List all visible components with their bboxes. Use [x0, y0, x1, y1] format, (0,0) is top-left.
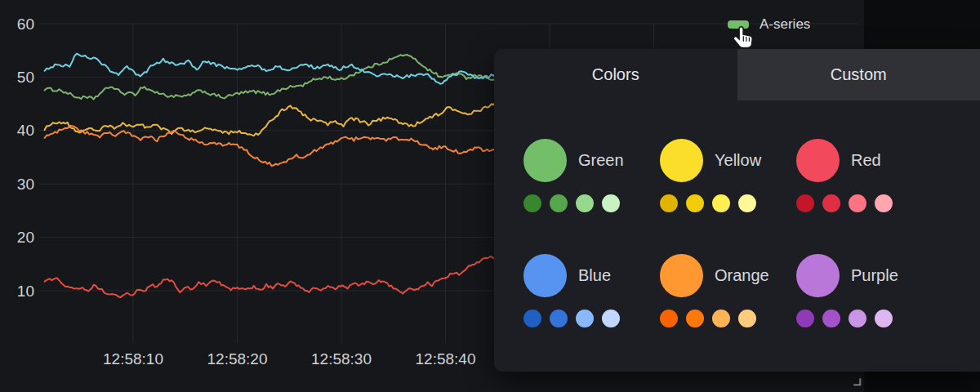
color-variant-yellow-1[interactable] [686, 194, 704, 212]
color-circle-orange[interactable] [660, 254, 703, 297]
color-label: Purple [851, 266, 898, 285]
color-variant-red-2[interactable] [849, 194, 866, 212]
color-circle-yellow[interactable] [660, 139, 703, 182]
series-color-marker-icon[interactable] [728, 20, 749, 29]
tab-custom[interactable]: Custom [737, 49, 980, 100]
color-variant-blue-1[interactable] [550, 310, 568, 327]
color-variant-orange-2[interactable] [712, 310, 730, 327]
color-variant-red-0[interactable] [796, 194, 814, 212]
color-label: Red [851, 151, 881, 170]
y-tick-label: 60 [17, 16, 34, 33]
x-tick-label: 12:58:20 [207, 350, 268, 368]
color-variant-green-2[interactable] [576, 194, 594, 212]
legend-item-a-series[interactable]: A-series [728, 16, 810, 33]
color-variant-yellow-2[interactable] [712, 194, 730, 212]
color-variant-yellow-3[interactable] [738, 194, 756, 212]
color-variant-purple-2[interactable] [849, 310, 866, 327]
color-swatch-green: Green [523, 138, 660, 212]
y-tick-label: 30 [17, 176, 34, 193]
y-tick-label: 40 [17, 122, 34, 139]
color-picker-tabs: Colors Custom [494, 49, 980, 100]
color-label: Green [578, 151, 624, 170]
color-variant-green-3[interactable] [602, 194, 620, 212]
y-tick-label: 20 [17, 229, 34, 246]
color-circle-red[interactable] [796, 139, 840, 182]
color-circle-blue[interactable] [523, 254, 567, 297]
y-tick-label: 10 [17, 283, 34, 300]
color-variant-green-0[interactable] [523, 194, 541, 212]
color-swatch-blue: Blue [523, 253, 660, 327]
color-variant-blue-0[interactable] [523, 310, 541, 327]
color-swatch-yellow: Yellow [660, 138, 796, 212]
x-tick-label: 12:58:30 [311, 350, 372, 368]
x-tick-label: 12:58:10 [103, 350, 163, 368]
color-swatch-orange: Orange [660, 253, 796, 327]
color-variant-yellow-0[interactable] [660, 194, 678, 212]
grafana-page: 60504030201012:58:1012:58:2012:58:3012:5… [0, 0, 980, 392]
color-swatch-purple: Purple [796, 253, 933, 327]
color-variant-purple-3[interactable] [875, 310, 893, 327]
color-variant-blue-2[interactable] [576, 310, 594, 327]
color-variant-orange-3[interactable] [738, 310, 756, 327]
named-colors-grid: GreenYellowRedBlueOrangePurple [523, 138, 933, 327]
color-label: Blue [578, 266, 611, 285]
legend-series-label[interactable]: A-series [760, 16, 810, 33]
color-circle-green[interactable] [523, 139, 567, 182]
color-variant-purple-0[interactable] [796, 310, 814, 327]
series-line-orange [45, 126, 496, 166]
color-variant-orange-1[interactable] [686, 310, 704, 327]
color-variant-purple-1[interactable] [822, 310, 840, 327]
tab-colors[interactable]: Colors [494, 49, 737, 100]
color-circle-purple[interactable] [796, 254, 840, 297]
color-variant-red-1[interactable] [822, 194, 840, 212]
color-label: Orange [715, 266, 769, 285]
x-tick-label: 12:58:40 [416, 350, 476, 368]
color-variant-red-3[interactable] [875, 194, 893, 212]
y-tick-label: 50 [17, 69, 34, 86]
series-line-cyan [45, 54, 496, 84]
color-swatch-red: Red [796, 138, 933, 212]
color-label: Yellow [715, 151, 761, 170]
color-variant-orange-0[interactable] [660, 310, 678, 327]
color-picker-popup: Colors Custom GreenYellowRedBlueOrangePu… [494, 49, 980, 372]
color-variant-green-1[interactable] [550, 194, 568, 212]
color-variant-blue-3[interactable] [602, 310, 620, 327]
panel-resize-handle[interactable] [851, 376, 863, 388]
